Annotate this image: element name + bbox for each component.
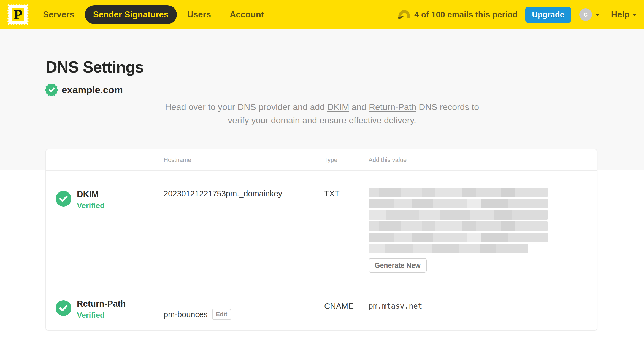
return-path-link[interactable]: Return-Path bbox=[369, 102, 416, 112]
verified-seal-icon bbox=[45, 84, 58, 96]
redacted-value-bar bbox=[369, 244, 528, 253]
return-path-status-cell: Return-Path Verified bbox=[46, 284, 164, 330]
instructions-text: and bbox=[349, 102, 369, 112]
account-menu[interactable]: C bbox=[579, 8, 600, 21]
primary-nav: Servers Sender Signatures Users Account bbox=[43, 5, 264, 24]
domain-name: example.com bbox=[62, 84, 123, 95]
upgrade-button[interactable]: Upgrade bbox=[525, 7, 571, 23]
return-path-status-texts: Return-Path Verified bbox=[77, 299, 126, 320]
postmark-logo-stamp-icon[interactable]: P bbox=[7, 4, 29, 25]
return-path-type: CNAME bbox=[324, 284, 369, 330]
record-name: Return-Path bbox=[77, 299, 126, 309]
column-header-type: Type bbox=[324, 156, 369, 164]
dkim-status-texts: DKIM Verified bbox=[77, 190, 105, 210]
redacted-value-bar bbox=[369, 199, 548, 208]
check-circle-icon bbox=[56, 300, 71, 316]
nav-item-users[interactable]: Users bbox=[187, 10, 211, 20]
redacted-value-bar bbox=[369, 221, 548, 231]
nav-item-account[interactable]: Account bbox=[230, 10, 264, 20]
nav-item-servers[interactable]: Servers bbox=[43, 10, 74, 20]
dns-settings-page: P Servers Sender Signatures Users Accoun… bbox=[0, 0, 644, 337]
column-header-value: Add this value bbox=[369, 156, 597, 164]
caret-down-icon bbox=[632, 14, 637, 18]
table-row-dkim: DKIM Verified 20230121221753pm._domainke… bbox=[46, 171, 597, 284]
redacted-dkim-value bbox=[369, 188, 548, 253]
instructions-text: DNS records to bbox=[416, 102, 479, 112]
dns-instructions: Head over to your DNS provider and add D… bbox=[0, 100, 644, 127]
top-navbar: P Servers Sender Signatures Users Accoun… bbox=[0, 0, 644, 29]
dkim-hostname: 20230121221753pm._domainkey bbox=[164, 171, 324, 284]
return-path-value: pm.mtasv.net bbox=[369, 284, 597, 330]
redacted-value-bar bbox=[369, 210, 548, 220]
help-label: Help bbox=[611, 10, 630, 20]
table-row-return-path: Return-Path Verified pm-bounces Edit CNA… bbox=[46, 284, 597, 330]
navbar-right: 4 of 100 emails this period Upgrade C He… bbox=[398, 7, 637, 23]
instructions-text-line2: verify your domain and ensure effective … bbox=[228, 115, 416, 125]
edit-return-path-button[interactable]: Edit bbox=[212, 309, 231, 320]
status-badge: Verified bbox=[77, 201, 105, 210]
check-circle-icon bbox=[56, 191, 71, 207]
logo-letter: P bbox=[13, 8, 22, 22]
column-header-hostname: Hostname bbox=[164, 156, 324, 164]
dkim-status-cell: DKIM Verified bbox=[46, 171, 164, 284]
record-name: DKIM bbox=[77, 190, 105, 199]
dkim-link[interactable]: DKIM bbox=[327, 102, 349, 112]
redacted-value-bar bbox=[369, 188, 548, 197]
generate-new-button[interactable]: Generate New bbox=[369, 258, 427, 273]
help-menu[interactable]: Help bbox=[611, 10, 637, 20]
usage-counter: 4 of 100 emails this period bbox=[414, 10, 518, 19]
gauge-icon bbox=[398, 10, 410, 19]
dkim-value-cell: Generate New bbox=[369, 171, 597, 284]
instructions-text: Head over to your DNS provider and add bbox=[165, 102, 327, 112]
dns-records-table: Hostname Type Add this value DKIM Verifi… bbox=[45, 149, 597, 331]
table-header-row: Hostname Type Add this value bbox=[46, 149, 597, 171]
caret-down-icon bbox=[595, 14, 600, 18]
dkim-type: TXT bbox=[324, 171, 369, 284]
redacted-value-bar bbox=[369, 233, 548, 242]
page-title: DNS Settings bbox=[46, 58, 144, 76]
return-path-hostname: pm-bounces bbox=[164, 308, 208, 321]
status-badge: Verified bbox=[77, 311, 126, 320]
return-path-hostname-cell: pm-bounces Edit bbox=[164, 284, 324, 330]
nav-item-sender-signatures[interactable]: Sender Signatures bbox=[85, 5, 177, 24]
avatar: C bbox=[579, 8, 592, 21]
verified-domain: example.com bbox=[45, 84, 123, 96]
